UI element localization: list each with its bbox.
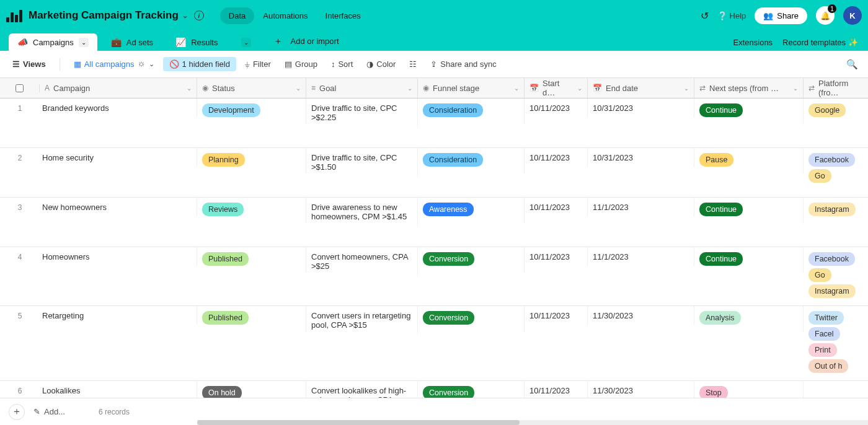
mode-tab-automations[interactable]: Automations: [254, 7, 316, 24]
cell-end-date[interactable]: 10/31/2023: [588, 148, 694, 167]
cell-end-date[interactable]: 10/31/2023: [588, 99, 694, 118]
cell-next-steps[interactable]: Continue: [694, 247, 804, 273]
select-all-checkbox[interactable]: [0, 84, 40, 92]
column-header-funnel[interactable]: ◉Funnel stage⌄: [418, 78, 525, 98]
hidden-fields-button[interactable]: 🚫1 hidden field: [163, 57, 236, 71]
filter-button[interactable]: ⏚Filter: [240, 57, 276, 71]
color-label: Color: [376, 59, 396, 69]
cell-start-date[interactable]: 10/11/2023: [525, 306, 588, 325]
cell-next-steps[interactable]: Continue: [694, 99, 804, 125]
chevron-down-icon: ⌄: [149, 60, 154, 68]
cell-status[interactable]: Planning: [197, 148, 306, 174]
tag-pill: Twitter: [808, 311, 844, 325]
cell-funnel[interactable]: Consideration: [418, 99, 525, 125]
add-record-button[interactable]: ＋: [9, 404, 25, 420]
cell-end-date[interactable]: 11/30/2023: [588, 306, 694, 325]
cell-funnel[interactable]: Awareness: [418, 198, 525, 224]
cell-start-date[interactable]: 10/11/2023: [525, 198, 588, 217]
base-chart-icon[interactable]: [6, 9, 22, 22]
history-icon[interactable]: ↺: [701, 10, 709, 22]
cell-start-date[interactable]: 10/11/2023: [525, 99, 588, 118]
cell-goal[interactable]: Drive traffic to site, CPC >$2.25: [306, 99, 418, 127]
table-tab-campaigns[interactable]: 📣 Campaigns ⌄: [9, 33, 97, 51]
table-tab-results[interactable]: 📈 Results ⌄: [167, 33, 260, 51]
column-header-end-date[interactable]: 📅End date⌄: [588, 78, 694, 98]
cell-status[interactable]: Development: [197, 99, 306, 125]
checkbox-input[interactable]: [16, 84, 24, 92]
cell-funnel[interactable]: Consideration: [418, 148, 525, 174]
record-templates-button[interactable]: Record templates ✨: [782, 38, 858, 47]
cell-status[interactable]: Published: [197, 306, 306, 332]
topbar-right: ↺ ❔Help 👥 Share 🔔 1 K: [701, 6, 862, 25]
search-button[interactable]: 🔍: [846, 59, 858, 70]
cell-goal[interactable]: Drive traffic to site, CPC >$1.50: [306, 148, 418, 177]
base-title[interactable]: Marketing Campaign Tracking ⌄: [29, 9, 188, 22]
table-row[interactable]: 2 Home security Planning Drive traffic t…: [0, 148, 868, 198]
add-or-import-button[interactable]: ＋ Add or import: [265, 32, 347, 51]
tag-pill: Facebook: [808, 153, 855, 167]
cell-status[interactable]: Published: [197, 247, 306, 273]
table-tabs: 📣 Campaigns ⌄ 💼 Ad sets 📈 Results ⌄ ＋ Ad…: [0, 31, 868, 51]
cell-campaign[interactable]: Homeowners: [40, 247, 197, 266]
cell-campaign[interactable]: Retargeting: [40, 306, 197, 325]
column-header-start-date[interactable]: 📅Start d…⌄: [525, 78, 588, 98]
column-label: Next steps (from …: [709, 84, 779, 93]
mode-tab-data[interactable]: Data: [220, 7, 254, 24]
cell-goal[interactable]: Convert users in retargeting pool, CPA >…: [306, 306, 418, 335]
cell-next-steps[interactable]: Analysis: [694, 306, 804, 332]
cell-platform[interactable]: Instagram: [804, 198, 868, 224]
table-row[interactable]: 5 Retargeting Published Convert users in…: [0, 306, 868, 381]
mode-tab-interfaces[interactable]: Interfaces: [317, 7, 370, 24]
chevron-down-icon[interactable]: ⌄: [79, 38, 89, 47]
add-menu-button[interactable]: ✎Add...: [33, 407, 65, 416]
cell-platform[interactable]: TwitterFacelPrintOut of h: [804, 306, 868, 380]
current-view-button[interactable]: ▦All campaigns⛭⌄: [69, 57, 159, 71]
cell-status[interactable]: Reviews: [197, 198, 306, 224]
table-row[interactable]: 4 Homeowners Published Convert homeowner…: [0, 247, 868, 306]
cell-start-date[interactable]: 10/11/2023: [525, 148, 588, 167]
chevron-down-icon: ⌄: [577, 85, 582, 92]
paint-icon: ◑: [366, 59, 373, 69]
cell-campaign[interactable]: New homeowners: [40, 198, 197, 217]
cell-end-date[interactable]: 11/1/2023: [588, 247, 694, 266]
scrollbar-thumb[interactable]: [197, 420, 520, 425]
column-header-platform[interactable]: ⇄Platform (fro…: [804, 78, 868, 98]
table-tab-adsets[interactable]: 💼 Ad sets: [102, 33, 162, 51]
cell-platform[interactable]: FacebookGo: [804, 148, 868, 190]
table-row[interactable]: 3 New homeowners Reviews Drive awareness…: [0, 198, 868, 247]
cell-campaign[interactable]: Branded keywords: [40, 99, 197, 118]
share-sync-button[interactable]: ⇪Share and sync: [425, 57, 501, 71]
horizontal-scrollbar[interactable]: [197, 420, 868, 425]
cell-next-steps[interactable]: Continue: [694, 198, 804, 224]
views-menu-button[interactable]: ☰Views: [7, 57, 51, 71]
cell-end-date[interactable]: 11/1/2023: [588, 198, 694, 217]
mode-tabs: Data Automations Interfaces: [220, 7, 370, 24]
info-icon[interactable]: i: [194, 11, 204, 20]
sort-button[interactable]: ↕Sort: [326, 57, 358, 71]
column-header-next-steps[interactable]: ⇄Next steps (from …⌄: [694, 78, 804, 98]
cell-goal[interactable]: Convert homeowners, CPA >$25: [306, 247, 418, 276]
chevron-down-icon[interactable]: ⌄: [241, 38, 251, 47]
cell-start-date[interactable]: 10/11/2023: [525, 247, 588, 266]
share-button[interactable]: 👥 Share: [755, 7, 807, 24]
table-row[interactable]: 1 Branded keywords Development Drive tra…: [0, 99, 868, 148]
row-height-button[interactable]: ☷: [404, 57, 422, 71]
column-header-campaign[interactable]: ACampaign⌄: [40, 78, 197, 98]
cell-goal[interactable]: Drive awareness to new homeowners, CPM >…: [306, 198, 418, 226]
group-button[interactable]: ▤Group: [280, 57, 322, 71]
cell-funnel[interactable]: Conversion: [418, 247, 525, 273]
notifications-button[interactable]: 🔔 1: [816, 6, 835, 25]
help-button[interactable]: ❔Help: [717, 11, 746, 20]
column-header-goal[interactable]: ≡Goal⌄: [306, 78, 418, 98]
cell-next-steps[interactable]: Pause: [694, 148, 804, 174]
user-avatar[interactable]: K: [843, 6, 862, 25]
cell-platform[interactable]: Google: [804, 99, 868, 125]
extensions-button[interactable]: Extensions: [733, 38, 773, 47]
cell-platform[interactable]: [804, 381, 868, 391]
column-header-status[interactable]: ◉Status⌄: [197, 78, 306, 98]
cell-platform[interactable]: FacebookGoInstagram: [804, 247, 868, 305]
cell-funnel[interactable]: Conversion: [418, 306, 525, 332]
cell-campaign[interactable]: Home security: [40, 148, 197, 167]
tag-pill: Go: [808, 268, 831, 282]
color-button[interactable]: ◑Color: [361, 57, 401, 71]
